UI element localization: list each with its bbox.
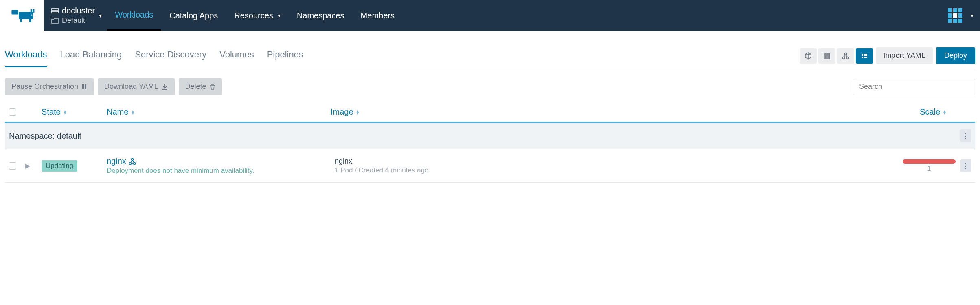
subtabs-actions: Import YAML Deploy [800,47,975,69]
tab-pipelines[interactable]: Pipelines [267,49,303,67]
svg-point-23 [846,57,848,59]
nav-resources[interactable]: Resources ▾ [226,0,289,31]
svg-rect-2 [31,9,32,13]
svg-point-33 [129,162,131,164]
pause-icon [81,84,87,90]
project-name: Default [62,16,85,25]
svg-rect-30 [82,84,84,89]
apps-grid-icon[interactable] [947,7,963,24]
topbar-right: ▾ [947,7,973,24]
sort-icon: ▲▼ [356,110,360,114]
svg-rect-0 [11,10,18,14]
namespace-label: Namespace: default [9,131,81,141]
svg-point-32 [131,158,133,160]
nav-members[interactable]: Members [353,0,403,31]
svg-rect-29 [864,57,867,58]
workload-name-link[interactable]: nginx [107,157,136,166]
svg-rect-1 [19,12,33,19]
image-name: nginx [335,157,563,166]
page-content: Workloads Load Balancing Service Discove… [0,31,980,183]
svg-rect-15 [948,19,952,23]
pause-orchestration-button[interactable]: Pause Orchestration [5,78,94,95]
main-nav: Workloads Catalog Apps Resources ▾ Names… [107,0,403,31]
column-scale[interactable]: Scale ▲▼ [920,107,947,117]
view-stack-icon[interactable] [818,48,835,64]
view-list-icon[interactable] [856,48,873,64]
delete-label: Delete [185,82,206,91]
svg-rect-4 [20,19,22,22]
svg-rect-3 [33,9,34,13]
sort-icon: ▲▼ [63,110,67,114]
chevron-down-icon: ▾ [278,13,281,18]
cluster-name: docluster [62,6,95,15]
svg-rect-5 [29,19,31,22]
svg-rect-11 [958,8,962,12]
namespace-menu-button[interactable]: ⋮ [960,129,971,142]
view-cube-icon[interactable] [800,48,817,64]
namespace-group-header: Namespace: default ⋮ [5,123,975,149]
column-name-label: Name [107,107,128,117]
pause-label: Pause Orchestration [11,82,78,91]
svg-rect-8 [51,11,59,13]
column-name[interactable]: Name ▲▼ [107,107,331,117]
svg-rect-14 [958,13,962,18]
select-all-checkbox[interactable] [9,108,16,116]
nav-namespaces[interactable]: Namespaces [289,0,353,31]
nav-resources-label: Resources [234,11,273,20]
deploy-button[interactable]: Deploy [936,47,975,64]
svg-point-34 [133,162,135,164]
svg-rect-13 [953,13,957,18]
row-menu-button[interactable]: ⋮ [960,159,971,172]
image-subtext: 1 Pod / Created 4 minutes ago [335,166,563,175]
column-state[interactable]: State ▲▼ [42,107,107,117]
svg-rect-26 [862,55,863,56]
logo-area[interactable] [0,0,44,31]
download-label: Download YAML [104,82,158,91]
sort-icon: ▲▼ [943,110,947,114]
svg-rect-31 [85,84,86,89]
svg-rect-19 [824,55,830,57]
rancher-logo-icon [8,7,36,24]
download-icon [162,84,168,90]
scale-value: 1 [927,165,931,172]
svg-rect-9 [948,8,952,12]
svg-rect-12 [948,13,952,18]
tab-volumes[interactable]: Volumes [219,49,254,67]
column-image[interactable]: Image ▲▼ [331,107,559,117]
row-checkbox[interactable] [9,162,16,170]
sort-icon: ▲▼ [131,110,135,114]
nav-workloads[interactable]: Workloads [107,0,161,31]
svg-rect-10 [953,8,957,12]
top-navbar: docluster Default ▾ Workloads Catalog Ap… [0,0,980,31]
svg-rect-27 [864,55,867,56]
download-yaml-button[interactable]: Download YAML [98,78,174,95]
view-mode-group [800,48,873,64]
svg-rect-16 [953,19,957,23]
chevron-down-icon[interactable]: ▾ [971,12,973,19]
status-badge: Updating [42,160,77,172]
scale-indicator: 1 [903,159,956,172]
tab-service-discovery[interactable]: Service Discovery [135,49,206,67]
svg-rect-18 [824,53,830,55]
sub-tabs: Workloads Load Balancing Service Discove… [5,47,975,69]
workload-name-text: nginx [107,157,126,166]
bulk-toolbar: Pause Orchestration Download YAML Delete [5,78,975,95]
svg-point-22 [842,57,844,59]
delete-button[interactable]: Delete [179,78,222,95]
expand-row-toggle[interactable]: ▶ [25,162,42,170]
svg-rect-24 [862,54,863,55]
column-image-label: Image [331,107,353,117]
tab-workloads[interactable]: Workloads [5,49,47,67]
folder-icon [51,18,59,24]
view-network-icon[interactable] [837,48,854,64]
tab-load-balancing[interactable]: Load Balancing [60,49,122,67]
import-yaml-button[interactable]: Import YAML [876,47,933,64]
cluster-icon [51,8,59,14]
svg-rect-17 [958,19,962,23]
search-input[interactable] [853,79,975,95]
nav-catalog[interactable]: Catalog Apps [161,0,226,31]
table-row: ▶ Updating nginx Deployment does not hav… [5,149,975,183]
cluster-selector[interactable]: docluster Default ▾ [44,0,107,31]
chevron-down-icon: ▾ [99,12,102,19]
svg-rect-28 [862,57,863,58]
